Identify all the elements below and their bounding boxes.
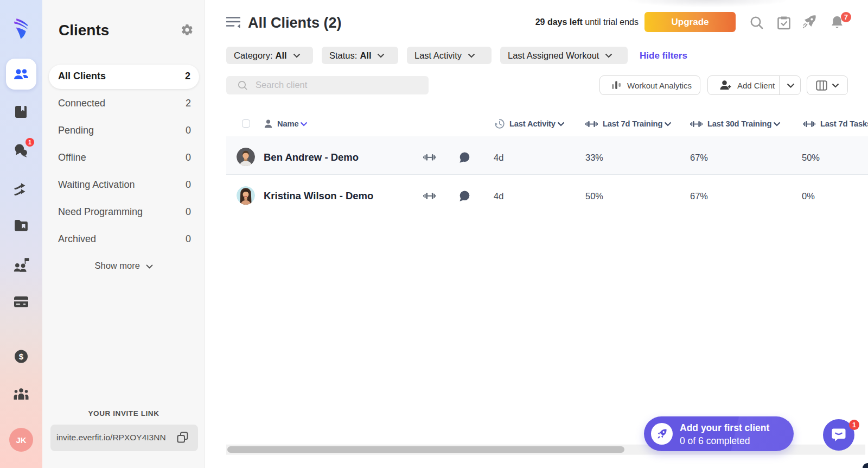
svg-text:$: $ bbox=[19, 352, 24, 361]
